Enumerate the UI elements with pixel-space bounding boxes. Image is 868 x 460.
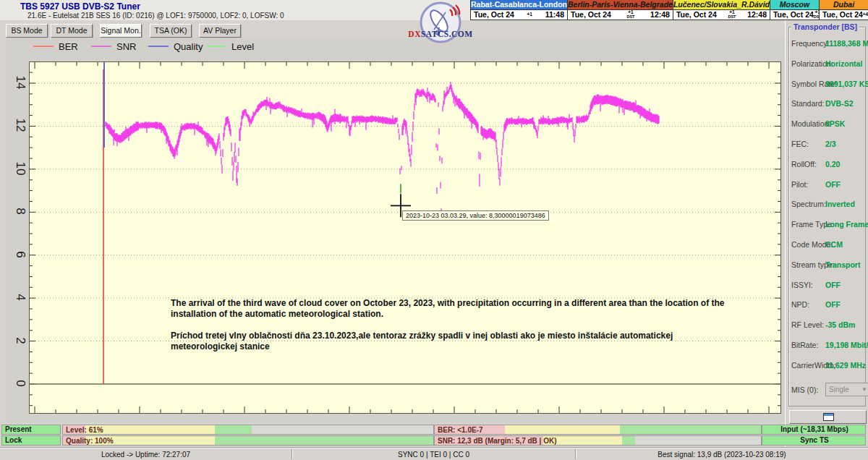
bar-segment bbox=[620, 425, 761, 434]
mis-selected-value: Single bbox=[829, 386, 849, 393]
dxsatcs-logo: DXSATCS.COM bbox=[418, 1, 463, 46]
mis-dropdown[interactable]: Single ▼ bbox=[825, 383, 868, 396]
world-clocks: Rabat-Casablanca-LondonTue, Oct 24+111:4… bbox=[470, 0, 868, 20]
status-bar: Locked -> Uptime: 72:27:07 SYNC 0 | TEI … bbox=[0, 447, 868, 460]
y-axis-label-4: 4 bbox=[12, 289, 29, 306]
annotation-slovak: Príchod tretej vlny oblačnosti dňa 23.10… bbox=[171, 331, 725, 352]
transponder-groupbox-title: Transponder [BS] bbox=[791, 22, 859, 31]
clock-city-label: Moscow bbox=[770, 0, 819, 10]
tp-value-14: -35 dBm bbox=[825, 320, 855, 329]
tp-value-7: OFF bbox=[825, 180, 841, 189]
tp-value-9: Long Frame bbox=[825, 220, 868, 229]
level-bar: Level: 61% bbox=[62, 425, 434, 435]
level-bar-label: Level: 61% bbox=[66, 425, 103, 435]
sync-ts-badge: Sync TS bbox=[762, 435, 866, 446]
legend-swatch bbox=[91, 46, 111, 47]
tp-value-10: CCM bbox=[825, 240, 843, 249]
legend-label: BER bbox=[59, 41, 78, 52]
satellite-dish-icon bbox=[418, 1, 463, 46]
clock-time: Tue, Oct 24+1DST12:48 bbox=[568, 10, 673, 20]
cursor-value-tooltip: 2023-10-23 03.03.29, value: 8,3000001907… bbox=[402, 210, 549, 221]
clock-1: Rabat-Casablanca-LondonTue, Oct 24+111:4… bbox=[470, 0, 567, 20]
legend-swatch bbox=[206, 46, 226, 47]
app-title: TBS 5927 USB DVB-S2 Tuner bbox=[20, 1, 140, 12]
chevron-down-icon: ▼ bbox=[861, 386, 867, 393]
clock-city-label: Berlin-Paris-Vienna-Belgrade bbox=[568, 0, 673, 10]
snr-bar: SNR: 12,3 dB (Margin: 5,7 dB | OK) bbox=[434, 435, 762, 446]
clock-5: DubaiTue, Oct 24+414:48 bbox=[819, 0, 868, 20]
tp-value-1: Horizontal bbox=[825, 59, 862, 68]
statusbar-best-signal: Best signal: 13,9 dB (2023-10-23 08:19) bbox=[576, 448, 868, 460]
y-axis-label-8: 8 bbox=[12, 203, 29, 220]
legend-swatch bbox=[148, 46, 169, 47]
clock-time: Tue, Oct 24+111:48 bbox=[471, 10, 567, 20]
tab-av-player[interactable]: AV Player bbox=[199, 24, 241, 38]
tp-value-4: 8PSK bbox=[825, 119, 845, 128]
bar-segment bbox=[215, 425, 252, 434]
legend-item-quality: Quality bbox=[148, 41, 203, 52]
y-axis-label-10: 10 bbox=[12, 160, 29, 177]
legend-item-level: Level bbox=[206, 41, 254, 52]
input-badge: Input (~18,31 Mbps) bbox=[762, 425, 866, 435]
chart-annotation: The arrival of the third wave of cloud c… bbox=[171, 298, 725, 363]
tp-label-12: ISSYI: bbox=[791, 281, 813, 289]
clock-city-label: Rabat-Casablanca-London bbox=[471, 0, 567, 10]
tab-dt-mode[interactable]: DT Mode bbox=[51, 24, 93, 38]
legend-swatch bbox=[33, 46, 54, 47]
transponder-panel: Transponder [BS] Frequency:11188,368 MHz… bbox=[785, 20, 868, 460]
y-axis-label-12: 12 bbox=[12, 116, 29, 134]
clock-city-label: Lučenec/Slovakia_R.Dávid bbox=[673, 0, 770, 10]
clock-time: Tue, Oct 24+1DST12:48 bbox=[673, 10, 770, 20]
bar-segment bbox=[622, 436, 635, 445]
statusbar-uptime: Locked -> Uptime: 72:27:07 bbox=[0, 448, 292, 460]
tp-value-2: 9691,037 KS/s bbox=[825, 80, 868, 88]
bar-segment bbox=[252, 425, 433, 434]
clock-4: MoscowTue, Oct 24+3DST14:48 bbox=[770, 0, 819, 20]
tp-value-13: OFF bbox=[825, 300, 841, 309]
statusbar-sync: SYNC 0 | TEI 0 | CC 0 bbox=[292, 448, 575, 460]
tp-value-6: 0.20 bbox=[825, 160, 840, 169]
tp-value-0: 11188,368 MHz bbox=[825, 39, 868, 48]
tp-value-5: 2/3 bbox=[825, 140, 836, 148]
tab-signal-mon-[interactable]: Signal Mon. bbox=[100, 24, 142, 38]
quality-bar: Quality: 100% bbox=[62, 435, 434, 446]
legend-label: Level bbox=[231, 41, 254, 52]
tp-label-3: Standard: bbox=[791, 99, 825, 108]
y-axis-label-0: 0 bbox=[12, 375, 29, 392]
annotation-english: The arrival of the third wave of cloud c… bbox=[171, 298, 725, 320]
tab-bs-mode[interactable]: BS Mode bbox=[6, 24, 48, 38]
tp-label-8: Spectrum: bbox=[791, 200, 826, 208]
clock-time: Tue, Oct 24+414:48 bbox=[820, 10, 868, 20]
legend-label: Quality bbox=[174, 41, 203, 52]
bar-segment bbox=[505, 425, 620, 434]
mis-label: MIS (0): bbox=[791, 386, 818, 394]
y-axis-label-6: 6 bbox=[12, 246, 29, 263]
bar-segment bbox=[215, 436, 433, 445]
y-axis-label-2: 2 bbox=[12, 332, 29, 349]
bar-segment bbox=[635, 436, 761, 445]
tp-value-15: 19,198 Mbit/s bbox=[825, 341, 868, 349]
tp-value-16: 11,629 MHz bbox=[825, 361, 866, 370]
tp-value-11: Transport bbox=[825, 260, 860, 269]
snr-trace bbox=[106, 82, 659, 216]
panel-bottom-button[interactable] bbox=[789, 410, 867, 424]
tp-label-6: RollOff: bbox=[791, 160, 817, 169]
clock-2: Berlin-Paris-Vienna-BelgradeTue, Oct 24+… bbox=[567, 0, 673, 20]
tp-value-3: DVB-S2 bbox=[825, 99, 854, 108]
tp-label-0: Frequency: bbox=[791, 39, 830, 48]
legend-label: SNR bbox=[116, 41, 136, 52]
tp-value-8: Inverted bbox=[825, 200, 855, 208]
y-axis-label-14: 14 bbox=[12, 74, 29, 91]
clock-time: Tue, Oct 24+3DST14:48 bbox=[770, 10, 819, 20]
clock-3: Lučenec/Slovakia_R.DávidTue, Oct 24+1DST… bbox=[673, 0, 770, 20]
lock-badge: Lock bbox=[1, 435, 61, 446]
legend-item-snr: SNR bbox=[91, 41, 136, 52]
ber-bar: BER: <1.0E-7 bbox=[434, 425, 762, 435]
logo-text: DXSATCS.COM bbox=[408, 30, 473, 38]
mode-tab-bar: BS ModeDT ModeSignal Mon.TSA (OK)AV Play… bbox=[0, 20, 785, 38]
quality-bar-label: Quality: 100% bbox=[66, 436, 114, 446]
snr-bar-label: SNR: 12,3 dB (Margin: 5,7 dB | OK) bbox=[438, 436, 556, 446]
tab-tsa-ok-[interactable]: TSA (OK) bbox=[150, 24, 192, 38]
clock-city-label: Dubai bbox=[820, 0, 868, 10]
satellite-subtitle: 21.6E - Eutelsat 21B SES 16 (ID: 0216) @… bbox=[27, 12, 284, 20]
